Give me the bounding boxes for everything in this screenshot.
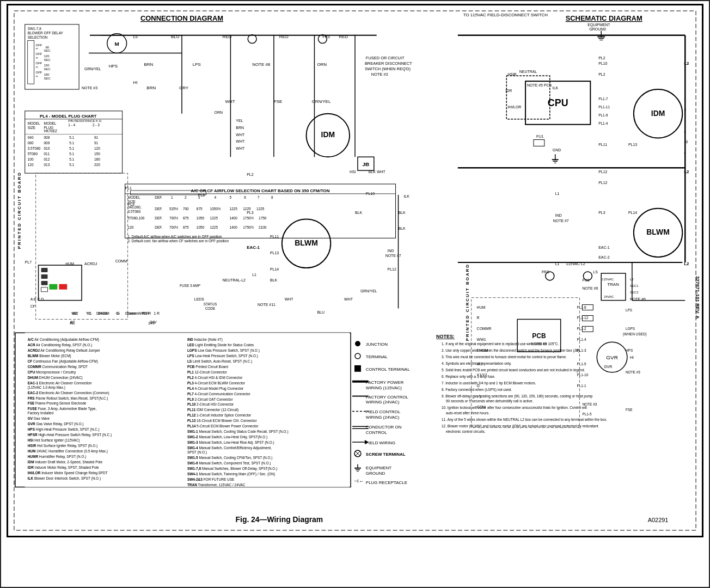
svg-text:SW1-7,8  Manual Switches, Blow: SW1-7,8 Manual Switches, Blower Off-Dela…	[187, 467, 277, 471]
svg-text:5.1: 5.1	[69, 157, 74, 161]
svg-text:FSE: FSE	[274, 99, 282, 104]
svg-text:1050: 1050	[197, 225, 205, 229]
svg-text:SW1-6   Manual Switch, Compone: SW1-6 Manual Switch, Component Test, SPS…	[187, 461, 271, 465]
svg-text:PL1-9: PL1-9	[598, 113, 608, 117]
svg-text:PL1     12-Circuit Connector: PL1 12-Circuit Connector	[187, 370, 228, 374]
svg-text:EAC-1: EAC-1	[247, 245, 260, 250]
svg-text:PIN RESISTANCE K Ω: PIN RESISTANCE K Ω	[68, 119, 101, 122]
svg-text:2100: 2100	[259, 225, 267, 229]
svg-text:EQUIPMENT: EQUIPMENT	[366, 465, 391, 470]
svg-text:(115VAC 1.0 Amp Max.): (115VAC 1.0 Amp Max.)	[28, 385, 65, 390]
svg-text:90 seconds or 5 seconds when d: 90 seconds or 5 seconds when dehumidify …	[446, 400, 534, 404]
svg-text:BRN: BRN	[146, 85, 156, 90]
svg-text:1050½: 1050½	[210, 207, 221, 211]
svg-text:WHT: WHT	[225, 99, 235, 104]
svg-text:IDR: IDR	[505, 89, 512, 93]
svg-text:180: 180	[94, 157, 100, 161]
svg-text:1225: 1225	[210, 225, 218, 229]
svg-rect-425	[41, 281, 48, 285]
svg-text:PL12: PL12	[598, 170, 607, 174]
svg-text:120: 120	[44, 54, 50, 58]
svg-text:90: 90	[46, 46, 50, 49]
svg-text:PL2: PL2	[247, 173, 253, 176]
svg-text:HI: HI	[133, 80, 138, 85]
svg-text:OFF: OFF	[36, 52, 42, 56]
svg-text:SIZE: SIZE	[28, 126, 36, 130]
svg-text:HUM     24VAC Humidifier Conne: HUM 24VAC Humidifier Connection (0.5 Amp…	[28, 449, 108, 454]
svg-text:120: 120	[128, 225, 134, 229]
svg-text:060: 060	[28, 141, 34, 145]
svg-text:013: 013	[44, 163, 50, 167]
svg-text:WHT: WHT	[236, 133, 245, 137]
svg-text:1750: 1750	[259, 216, 267, 220]
svg-text:CPU: CPU	[548, 97, 568, 108]
svg-point-369	[355, 341, 360, 346]
svg-text:HI: HI	[630, 356, 634, 359]
svg-text:525½: 525½	[169, 207, 179, 211]
svg-point-371	[355, 353, 360, 359]
svg-text:ORN: ORN	[317, 62, 327, 67]
svg-text:PL1-8: PL1-8	[577, 305, 586, 309]
svg-rect-428	[59, 284, 67, 290]
svg-text:LGPS    Low Gas Pressure Switc: LGPS Low Gas Pressure Switch, SPST (N.O.…	[187, 348, 260, 353]
svg-text:7: 7	[258, 195, 260, 199]
svg-text:SEC: SEC	[44, 49, 51, 52]
svg-text:8.  Factory connected when (LG: 8. Factory connected when (LGPS) not use…	[442, 388, 512, 392]
svg-text:PL13    16-Circuit ECM Blower : PL13 16-Circuit ECM Blower Ctrl. Connect…	[187, 419, 258, 422]
svg-text:3.5T080: 3.5T080	[28, 146, 41, 150]
svg-text:∞: ∞	[36, 47, 38, 50]
svg-text:9.  Blower off-delay, gas heat: 9. Blower off-delay, gas heating selecti…	[442, 394, 593, 399]
svg-rect-423	[41, 268, 48, 272]
svg-text:327971-101 REV. A: 327971-101 REV. A	[695, 276, 700, 319]
svg-text:PL1-10: PL1-10	[577, 373, 588, 377]
svg-text:1225: 1225	[210, 216, 218, 220]
svg-text:BRN: BRN	[236, 126, 244, 130]
svg-text:PL12    1-Circuit Inductor Spl: PL12 1-Circuit Inductor Splice Connector	[187, 413, 252, 418]
svg-text:SPST (N.O.): SPST (N.O.)	[187, 450, 207, 455]
svg-text:PL10: PL10	[366, 192, 375, 195]
svg-text:SCHEMATIC DIAGRAM: SCHEMATIC DIAGRAM	[566, 14, 642, 22]
svg-text:GV      Gas Valve: GV Gas Valve	[28, 416, 50, 420]
svg-text:1: 1	[171, 195, 173, 199]
svg-text:FSE: FSE	[626, 408, 633, 412]
svg-text:GVR: GVR	[606, 354, 618, 360]
svg-rect-276	[506, 76, 550, 119]
svg-text:IHI/LOR: IHI/LOR	[507, 105, 521, 109]
svg-rect-238	[534, 139, 544, 146]
svg-text:PL12: PL12	[388, 267, 396, 271]
svg-text:MODEL: MODEL	[28, 121, 40, 125]
svg-text:OFF: OFF	[36, 62, 42, 65]
svg-text:CF      Continuous Fan (Adjust: CF Continuous Fan (Adjustable Airflow-CF…	[28, 359, 98, 364]
svg-text:BLOWER OFF DELAY: BLOWER OFF DELAY	[28, 31, 64, 35]
svg-text:IND     Inductor (Note #7): IND Inductor (Note #7)	[187, 338, 223, 342]
svg-text:PL2: PL2	[598, 72, 605, 76]
svg-text:2: 2	[185, 195, 187, 199]
svg-rect-426	[41, 287, 48, 292]
svg-text:11. Any of the 5 wires shown w: 11. Any of the 5 wires shown within the …	[442, 418, 607, 422]
svg-text:150: 150	[94, 152, 100, 156]
svg-text:WW1: WW1	[477, 338, 486, 341]
svg-text:HPS     High-Heat Pressure Swi: HPS High-Heat Pressure Switch, SPST (N.C…	[28, 427, 100, 432]
svg-text:A/C OR CF AIRFLOW SELECTION CH: A/C OR CF AIRFLOW SELECTION CHART BASED …	[191, 188, 330, 193]
svg-text:PL14    5-Circuit ECM Blower P: PL14 5-Circuit ECM Blower Power Connecto…	[187, 424, 259, 428]
svg-text:1400: 1400	[229, 225, 237, 229]
svg-text:BREAKER DISCONNECT: BREAKER DISCONNECT	[365, 61, 412, 66]
svg-text:5.1: 5.1	[69, 152, 74, 156]
svg-text:DHUM   DHUM Connection (24VAC): DHUM DHUM Connection (24VAC)	[28, 376, 83, 380]
svg-text:PL1-11: PL1-11	[598, 105, 610, 109]
svg-text:BLK: BLK	[399, 226, 406, 230]
svg-text:PCB: PCB	[532, 332, 546, 340]
svg-text:R: R	[477, 316, 480, 320]
svg-text:⊣←: ⊣←	[354, 478, 364, 484]
svg-text:91: 91	[94, 136, 99, 139]
wiring-diagram: CONNECTION DIAGRAM SCHEMATIC DIAGRAM TO …	[7, 4, 703, 537]
svg-text:(WHEN USED): (WHEN USED)	[623, 332, 647, 336]
svg-text:PL1-1: PL1-1	[577, 384, 586, 388]
svg-text:PL14: PL14	[628, 211, 637, 215]
svg-text:HUMR    Humidifier Relay, SPST: HUMR Humidifier Relay, SPST (N.O.)	[28, 455, 87, 459]
svg-text:1750½: 1750½	[243, 216, 254, 220]
svg-text:SCREW TERMINAL: SCREW TERMINAL	[366, 452, 406, 457]
svg-text:SW1-1   Manual Switch, Cooling: SW1-1 Manual Switch, Cooling Status Code…	[187, 430, 289, 434]
main-container: CONNECTION DIAGRAM SCHEMATIC DIAGRAM TO …	[0, 0, 710, 588]
svg-text:FIELD WIRING: FIELD WIRING	[366, 440, 395, 445]
